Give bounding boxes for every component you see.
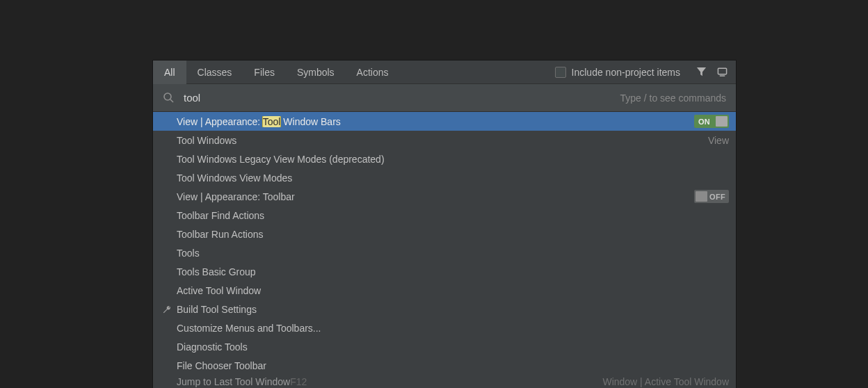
search-everywhere-popup: All Classes Files Symbols Actions Includ… bbox=[153, 60, 736, 388]
result-label: View | Appearance: Tool Window Bars bbox=[177, 116, 694, 127]
search-row: Type / to see commands bbox=[153, 84, 736, 112]
result-row[interactable]: Tools bbox=[153, 243, 736, 262]
result-label: Tool Windows View Modes bbox=[177, 172, 729, 184]
result-row[interactable]: Tool Windows Legacy View Modes (deprecat… bbox=[153, 149, 736, 168]
screen-icon[interactable] bbox=[715, 65, 729, 79]
tab-all[interactable]: All bbox=[153, 60, 186, 84]
result-label: Jump to Last Tool WindowF12 bbox=[177, 376, 595, 387]
svg-rect-0 bbox=[718, 68, 726, 74]
result-category: Window | Active Tool Window bbox=[595, 376, 729, 387]
result-row[interactable]: Tools Basic Group bbox=[153, 262, 736, 281]
svg-line-3 bbox=[170, 99, 173, 102]
include-non-project-container: Include non-project items bbox=[555, 67, 687, 78]
result-label: Diagnostic Tools bbox=[177, 341, 729, 353]
results-list: View | Appearance: Tool Window Bars ON T… bbox=[153, 112, 736, 388]
filter-icon[interactable] bbox=[694, 65, 708, 79]
result-row[interactable]: File Chooser Toolbar bbox=[153, 356, 736, 375]
result-row[interactable]: Diagnostic Tools bbox=[153, 337, 736, 356]
result-label: View | Appearance: Toolbar bbox=[177, 191, 694, 202]
search-input[interactable] bbox=[184, 92, 620, 104]
result-label: Tool Windows Legacy View Modes (deprecat… bbox=[177, 154, 729, 165]
result-label: Toolbar Find Actions bbox=[177, 210, 729, 221]
tab-symbols[interactable]: Symbols bbox=[286, 60, 346, 84]
include-non-project-label: Include non-project items bbox=[572, 67, 680, 78]
result-row[interactable]: View | Appearance: Toolbar OFF bbox=[153, 187, 736, 206]
result-row[interactable]: Build Tool Settings bbox=[153, 300, 736, 318]
toggle-on[interactable]: ON bbox=[694, 115, 729, 128]
tab-actions[interactable]: Actions bbox=[346, 60, 400, 84]
result-label: Build Tool Settings bbox=[177, 304, 729, 315]
result-row[interactable]: Jump to Last Tool WindowF12 Window | Act… bbox=[153, 375, 736, 388]
result-label: Tools Basic Group bbox=[177, 266, 729, 277]
result-row[interactable]: Toolbar Run Actions bbox=[153, 225, 736, 243]
tab-files[interactable]: Files bbox=[243, 60, 286, 84]
search-hint: Type / to see commands bbox=[620, 92, 726, 104]
include-non-project-checkbox[interactable] bbox=[555, 67, 566, 78]
result-label: Toolbar Run Actions bbox=[177, 229, 729, 240]
result-row[interactable]: Toolbar Find Actions bbox=[153, 206, 736, 225]
wrench-icon bbox=[161, 304, 172, 315]
result-category: View bbox=[701, 135, 729, 146]
tab-classes[interactable]: Classes bbox=[186, 60, 243, 84]
result-label: File Chooser Toolbar bbox=[177, 360, 729, 371]
result-row[interactable]: Active Tool Window bbox=[153, 281, 736, 300]
result-row[interactable]: Tool Windows View bbox=[153, 131, 736, 149]
result-label: Tools bbox=[177, 248, 729, 259]
result-label: Tool Windows bbox=[177, 135, 701, 146]
result-row[interactable]: Tool Windows View Modes bbox=[153, 168, 736, 187]
search-icon bbox=[163, 92, 175, 104]
toggle-off[interactable]: OFF bbox=[694, 190, 729, 203]
result-row[interactable]: Customize Menus and Toolbars... bbox=[153, 318, 736, 337]
svg-point-2 bbox=[164, 93, 171, 100]
result-row[interactable]: View | Appearance: Tool Window Bars ON bbox=[153, 112, 736, 131]
tab-bar: All Classes Files Symbols Actions Includ… bbox=[153, 60, 736, 84]
result-label: Active Tool Window bbox=[177, 285, 729, 296]
result-label: Customize Menus and Toolbars... bbox=[177, 323, 729, 334]
